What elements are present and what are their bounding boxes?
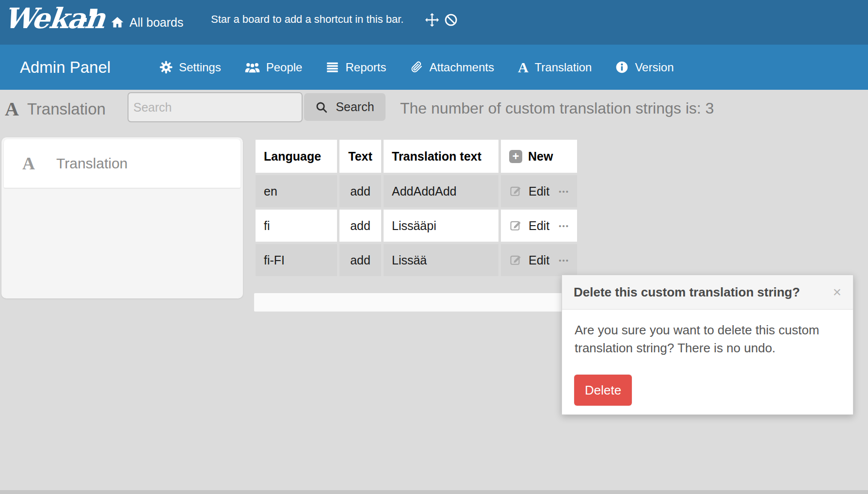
move-icon[interactable] (425, 13, 439, 27)
cell-language: fi-FI (256, 244, 337, 276)
popup-header: Delete this custom translation string? × (562, 275, 853, 310)
delete-button[interactable]: Delete (574, 375, 632, 406)
bottom-edge-strip (0, 490, 868, 494)
info-icon (615, 61, 628, 74)
cell-actions: Edit ••• (501, 175, 577, 207)
popup-body-text: Are you sure you want to delete this cus… (562, 310, 853, 357)
translation-table: Language Text Translation text + New en … (256, 140, 577, 276)
admin-panel-title: Admin Panel (20, 45, 111, 90)
admin-sidebar: A Translation (1, 137, 243, 298)
nav-item-label: Reports (345, 61, 386, 74)
star-board-hint: Star a board to add a shortcut in this b… (211, 0, 403, 39)
edit-button[interactable]: Edit (509, 253, 549, 267)
sidebar-item-translation[interactable]: A Translation (4, 139, 241, 188)
plus-icon[interactable]: + (509, 150, 522, 163)
nav-item-attachments[interactable]: Attachments (410, 61, 494, 74)
row-menu-ellipsis-icon[interactable]: ••• (559, 222, 569, 230)
table-row: fi-FI add Lissää Edit ••• (256, 244, 577, 276)
delete-confirmation-popup: Delete this custom translation string? ×… (562, 275, 853, 415)
column-header-new: + New (501, 140, 577, 173)
cell-language: fi (256, 210, 337, 242)
cell-text: add (339, 244, 381, 276)
home-icon (111, 16, 124, 29)
page-title-label: Translation (27, 100, 106, 118)
cell-translation: AddAddAdd (384, 175, 498, 207)
translation-count-text: The number of custom translation strings… (400, 90, 714, 127)
row-menu-ellipsis-icon[interactable]: ••• (559, 256, 569, 264)
search-icon (315, 101, 328, 114)
search-input[interactable] (128, 92, 303, 122)
nav-item-translation[interactable]: A Translation (518, 60, 592, 75)
wekan-logo[interactable]: Wekan (2, 2, 106, 35)
cell-actions: Edit ••• (501, 210, 577, 242)
cell-text: add (339, 175, 381, 207)
nav-item-label: Version (635, 61, 674, 74)
column-header-language: Language (256, 140, 337, 173)
edit-button-label: Edit (529, 219, 549, 233)
search-button[interactable]: Search (304, 93, 386, 121)
new-column-label: New (528, 149, 553, 164)
top-bar: Wekan All boards Star a board to add a s… (0, 0, 868, 45)
no-entry-icon[interactable] (444, 13, 459, 27)
serif-a-icon: A (518, 60, 529, 75)
column-header-text: Text (339, 140, 381, 173)
nav-item-people[interactable]: People (245, 61, 303, 74)
people-icon (245, 61, 260, 74)
nav-item-settings[interactable]: Settings (160, 61, 221, 74)
table-scrollbar-track[interactable] (254, 293, 577, 312)
nav-item-label: People (266, 61, 303, 74)
cell-translation: Lissää (384, 244, 498, 276)
wekan-admin-screen: Wekan All boards Star a board to add a s… (0, 0, 868, 494)
page-header: A Translation Search The number of custo… (0, 90, 868, 129)
table-header-row: Language Text Translation text + New (256, 140, 577, 173)
page-title: A Translation (5, 90, 106, 129)
admin-nav: Settings People Reports Attachments (160, 45, 674, 90)
edit-icon (509, 253, 523, 267)
nav-item-label: Settings (179, 61, 221, 74)
cell-language: en (256, 175, 337, 207)
admin-panel-bar: Admin Panel Settings People Reports (0, 45, 868, 90)
paperclip-icon (410, 61, 423, 74)
search-button-label: Search (336, 100, 374, 114)
logo-pixel-icon (90, 9, 98, 16)
edit-icon (509, 184, 523, 198)
popup-title: Delete this custom translation string? (574, 285, 800, 300)
all-boards-link[interactable]: All boards (111, 0, 183, 45)
column-header-translation-text: Translation text (384, 140, 498, 173)
edit-icon (509, 219, 523, 232)
serif-a-icon: A (5, 99, 19, 119)
cell-actions: Edit ••• (501, 244, 577, 276)
edit-button[interactable]: Edit (509, 184, 549, 198)
edit-button-label: Edit (529, 253, 549, 267)
gear-icon (160, 61, 173, 74)
nav-item-label: Translation (535, 61, 592, 74)
edit-button[interactable]: Edit (509, 219, 549, 233)
list-icon (326, 61, 339, 74)
edit-button-label: Edit (529, 184, 549, 198)
cell-translation: Lissääpi (384, 210, 498, 242)
table-row: fi add Lissääpi Edit ••• (256, 210, 577, 242)
close-icon[interactable]: × (833, 285, 841, 299)
row-menu-ellipsis-icon[interactable]: ••• (559, 187, 569, 196)
nav-item-version[interactable]: Version (615, 61, 674, 74)
all-boards-label: All boards (129, 16, 183, 30)
nav-item-label: Attachments (430, 61, 494, 74)
cell-text: add (339, 210, 381, 242)
logo-pixel-icon (82, 18, 87, 22)
sidebar-item-label: Translation (56, 155, 128, 172)
wekan-logo-text: Wekan (2, 2, 106, 35)
serif-a-icon: A (22, 155, 35, 172)
table-row: en add AddAddAdd Edit ••• (256, 175, 577, 207)
nav-item-reports[interactable]: Reports (326, 61, 386, 74)
